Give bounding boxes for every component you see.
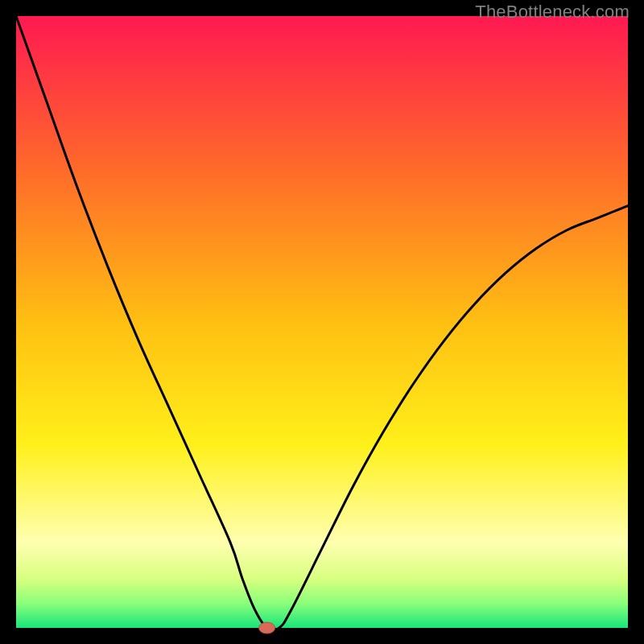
watermark-text: TheBottleneck.com xyxy=(475,2,630,23)
bottleneck-chart xyxy=(0,0,644,644)
chart-container: TheBottleneck.com xyxy=(0,0,644,644)
optimum-marker xyxy=(259,622,275,634)
plot-gradient-background xyxy=(16,16,628,628)
